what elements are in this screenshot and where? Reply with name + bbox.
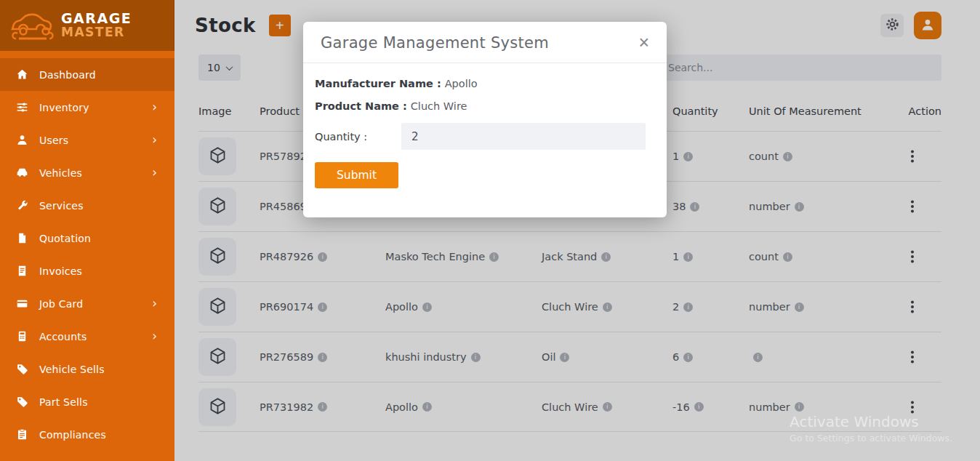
document-icon	[16, 232, 28, 244]
car-wrench-logo-icon	[9, 9, 57, 41]
brand: GARAGE MASTER	[0, 0, 174, 51]
sidebar-item-compliances[interactable]: Compliances	[0, 418, 174, 451]
modal-title: Garage Management System	[321, 33, 549, 52]
sidebar-item-users[interactable]: Users ›	[0, 124, 174, 156]
sidebar-item-inventory[interactable]: Inventory ›	[0, 91, 174, 124]
brand-text: GARAGE MASTER	[61, 12, 132, 39]
sidebar-item-label: Part Sells	[39, 396, 88, 408]
sidebar-item-vehicle-sells[interactable]: Vehicle Sells	[0, 353, 174, 385]
stock-update-modal: Garage Management System × Manufacturer …	[303, 22, 667, 217]
clipboard-icon	[16, 428, 28, 441]
manufacturer-label: Manufacturer Name :	[315, 78, 441, 89]
chevron-right-icon: ›	[152, 167, 157, 179]
chevron-right-icon: ›	[152, 297, 157, 310]
invoice-icon	[16, 265, 28, 277]
app: GARAGE MASTER Dashboard Inventory › User…	[0, 0, 980, 461]
tag-icon	[16, 396, 28, 408]
sidebar-item-services[interactable]: Services	[0, 189, 174, 222]
sidebar-item-label: Vehicle Sells	[39, 364, 105, 375]
sidebar-item-vehicles[interactable]: Vehicles ›	[0, 156, 174, 189]
sidebar-item-label: Invoices	[39, 265, 82, 277]
sidebar-item-label: Services	[39, 200, 84, 212]
product-label: Product Name :	[315, 100, 407, 112]
sidebar-item-label: Compliances	[39, 429, 106, 441]
sidebar-item-label: Quotation	[39, 233, 91, 244]
brand-name-top: GARAGE	[61, 12, 132, 26]
modal-header: Garage Management System ×	[303, 22, 667, 63]
submit-button[interactable]: Submit	[315, 162, 398, 188]
modal-body: Manufacturer Name :Apollo Product Name :…	[303, 63, 667, 217]
chevron-right-icon: ›	[152, 330, 157, 342]
manufacturer-row: Manufacturer Name :Apollo	[315, 78, 646, 89]
product-row: Product Name :Cluch Wire	[315, 100, 646, 112]
watermark-line1: Activate Windows	[790, 413, 952, 430]
home-icon	[16, 68, 28, 81]
windows-activation-watermark: Activate Windows Go to Settings to activ…	[790, 413, 952, 444]
quantity-label: Quantity :	[315, 131, 401, 143]
sliders-icon	[16, 101, 28, 113]
quantity-input[interactable]	[401, 123, 646, 150]
watermark-line2: Go to Settings to activate Windows.	[790, 433, 952, 444]
close-icon[interactable]: ×	[638, 33, 649, 51]
brand-name-bottom: MASTER	[61, 26, 132, 39]
card-icon	[16, 297, 28, 310]
chevron-right-icon: ›	[152, 134, 157, 146]
sidebar-item-label: Vehicles	[39, 167, 82, 179]
sidebar: GARAGE MASTER Dashboard Inventory › User…	[0, 0, 174, 461]
wrench-icon	[16, 199, 28, 212]
quantity-row: Quantity :	[315, 123, 646, 150]
sidebar-item-invoices[interactable]: Invoices	[0, 254, 174, 287]
tag-icon	[16, 363, 28, 375]
car-icon	[16, 167, 28, 179]
calculator-icon	[16, 330, 28, 342]
manufacturer-value: Apollo	[445, 78, 478, 89]
sidebar-item-label: Users	[39, 135, 68, 146]
sidebar-nav: Dashboard Inventory › Users › Vehicles ›…	[0, 51, 174, 451]
sidebar-item-part-sells[interactable]: Part Sells	[0, 385, 174, 418]
sidebar-item-job-card[interactable]: Job Card ›	[0, 287, 174, 320]
sidebar-item-accounts[interactable]: Accounts ›	[0, 320, 174, 353]
sidebar-item-dashboard[interactable]: Dashboard	[0, 58, 174, 91]
sidebar-item-label: Accounts	[39, 331, 87, 342]
product-value: Cluch Wire	[411, 100, 467, 112]
user-icon	[16, 134, 28, 146]
sidebar-item-label: Dashboard	[39, 69, 96, 81]
sidebar-item-label: Inventory	[39, 102, 89, 113]
sidebar-item-quotation[interactable]: Quotation	[0, 222, 174, 254]
sidebar-item-label: Job Card	[39, 298, 83, 310]
chevron-right-icon: ›	[152, 101, 157, 113]
